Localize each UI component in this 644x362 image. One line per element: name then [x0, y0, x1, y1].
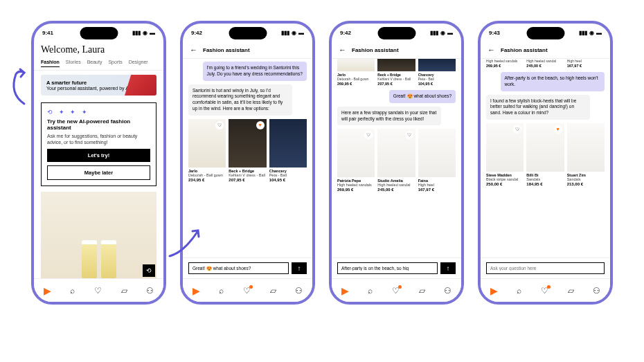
- product-image: ♡: [188, 119, 226, 168]
- wishlist-icon[interactable]: ♡: [541, 286, 548, 296]
- product-card[interactable]: High heeled sandal 245,00 €: [526, 59, 564, 68]
- product-card[interactable]: ♥ Beck + Bridge Kehlani V dress - Ball 2…: [229, 119, 266, 182]
- product-name: High heeled sandal: [377, 183, 415, 187]
- product-card[interactable]: ♡ Jarlo Deborah - Ball gown 234,95 €: [188, 119, 226, 182]
- status-icons: ▮▮▮◉▬: [579, 30, 602, 36]
- home-icon[interactable]: ▶: [44, 285, 51, 296]
- status-time: 9:43: [489, 30, 500, 36]
- product-card[interactable]: Chancery Peta - Ball 104,95 €: [269, 119, 307, 182]
- assistant-fab[interactable]: ⟲: [143, 264, 155, 277]
- product-price: 104,95 €: [269, 178, 307, 182]
- chat-input[interactable]: [188, 262, 289, 274]
- profile-icon[interactable]: ⚇: [593, 286, 600, 296]
- send-button[interactable]: ↑: [440, 262, 456, 274]
- tab-sports[interactable]: Sports: [108, 60, 122, 67]
- card-icons: ⟲ ✦ ✦ ✦: [47, 109, 150, 116]
- home-icon[interactable]: ▶: [193, 285, 200, 296]
- maybe-later-button[interactable]: Maybe later: [47, 165, 150, 180]
- product-image: [377, 59, 415, 71]
- phone-chat-1: 9:42 ▮▮▮◉▬ ← Fashion assistant I'm going…: [180, 21, 315, 305]
- profile-icon[interactable]: ⚇: [295, 286, 303, 296]
- product-image: [567, 123, 605, 172]
- heart-icon[interactable]: ♥: [554, 125, 562, 134]
- product-card[interactable]: Faina High heel 167,97 €: [418, 129, 456, 192]
- welcome-heading: Welcome, Laura: [34, 42, 163, 60]
- product-card[interactable]: ♡ Studio Amelia High heeled sandal 245,0…: [377, 129, 415, 192]
- product-name: Peta - Ball: [269, 173, 307, 177]
- product-name: Kehlani V dress - Ball: [229, 173, 266, 177]
- product-name: Sandals: [567, 177, 605, 181]
- heart-icon[interactable]: ♡: [215, 121, 224, 129]
- phone-home: 9:41 ▮▮▮ ◉ ▬ Welcome, Laura Fashion Stor…: [31, 21, 166, 305]
- product-card[interactable]: Chancery Peta - Ball 104,95 €: [418, 59, 456, 86]
- chat-input[interactable]: [486, 262, 605, 274]
- product-strip[interactable]: ⟲: [41, 192, 156, 278]
- home-icon[interactable]: ▶: [341, 285, 349, 296]
- product-name: Black stripe sandal: [486, 177, 524, 181]
- product-card[interactable]: ♡ Patrizia Pepe High heeled sandals 269,…: [337, 129, 375, 192]
- search-icon[interactable]: ⌕: [70, 286, 75, 296]
- status-icons: ▮▮▮ ◉ ▬: [132, 30, 155, 36]
- tab-stories[interactable]: Stories: [66, 60, 81, 67]
- product-card[interactable]: ♡ Steve Madden Black stripe sandal 250,0…: [486, 123, 524, 186]
- search-icon[interactable]: ⌕: [368, 286, 373, 296]
- phone-chat-3: 9:43 ▮▮▮◉▬ ← Fashion assistant High heel…: [478, 21, 613, 305]
- heart-icon[interactable]: ♥: [256, 121, 265, 129]
- profile-icon[interactable]: ⚇: [146, 286, 154, 296]
- tab-fashion[interactable]: Fashion: [41, 60, 60, 67]
- phone-chat-2: 9:42 ▮▮▮◉▬ ← Fashion assistant Jarlo Deb…: [329, 21, 464, 305]
- product-price: 104,95 €: [418, 82, 456, 86]
- heart-icon[interactable]: ♡: [513, 125, 521, 134]
- product-name: Deborah - Ball gown: [188, 173, 226, 177]
- bag-icon[interactable]: ▱: [419, 286, 425, 296]
- bag-icon[interactable]: ▱: [270, 286, 276, 296]
- product-card[interactable]: Stuart Zim Sandals 213,00 €: [567, 123, 605, 186]
- chat-input[interactable]: [337, 262, 438, 274]
- banner-image: [125, 75, 156, 96]
- product-image: ♥: [229, 119, 266, 168]
- ai-banner[interactable]: A smarter future Your personal assistant…: [41, 75, 156, 96]
- product-image: [418, 59, 456, 71]
- product-name: High heel: [567, 59, 605, 63]
- bottom-nav: ▶ ⌕ ♡ ▱ ⚇: [34, 278, 163, 302]
- product-name: High heeled sandals: [486, 59, 524, 63]
- bag-icon[interactable]: ▱: [568, 286, 574, 296]
- bottom-nav: ▶ ⌕ ♡ ▱ ⚇: [332, 278, 461, 302]
- status-icons: ▮▮▮◉▬: [281, 30, 304, 36]
- search-icon[interactable]: ⌕: [219, 286, 224, 296]
- tab-designer[interactable]: Designer: [129, 60, 148, 67]
- product-card[interactable]: High heel 167,97 €: [567, 59, 605, 68]
- product-image: [418, 129, 456, 177]
- heart-icon[interactable]: ♡: [364, 131, 373, 139]
- product-image: ♡: [377, 129, 415, 177]
- wishlist-icon[interactable]: ♡: [392, 286, 400, 296]
- product-row: ♡ Steve Madden Black stripe sandal 250,0…: [486, 123, 605, 186]
- wishlist-icon[interactable]: ♡: [243, 286, 251, 296]
- send-button[interactable]: ↑: [292, 262, 307, 274]
- status-time: 9:42: [191, 30, 202, 36]
- heart-icon[interactable]: ♡: [405, 131, 413, 139]
- bag-icon[interactable]: ▱: [121, 286, 127, 296]
- bottom-nav: ▶ ⌕ ♡ ▱ ⚇: [183, 278, 312, 302]
- product-name: Sandals: [526, 177, 564, 181]
- back-button[interactable]: ←: [339, 46, 346, 54]
- chat-header: ← Fashion assistant: [332, 42, 461, 59]
- input-row: ↑: [332, 257, 461, 278]
- tab-beauty[interactable]: Beauty: [87, 60, 102, 67]
- product-card[interactable]: ♥ Billi Bi Sandals 184,95 €: [526, 123, 564, 186]
- product-image: ♡: [486, 123, 524, 172]
- product-image: ♡: [337, 129, 375, 177]
- back-button[interactable]: ←: [488, 46, 495, 54]
- home-icon[interactable]: ▶: [490, 285, 498, 296]
- product-card[interactable]: Jarlo Deborah - Ball gown 269,95 €: [337, 59, 375, 86]
- back-button[interactable]: ←: [190, 46, 197, 54]
- profile-icon[interactable]: ⚇: [444, 286, 451, 296]
- wishlist-icon[interactable]: ♡: [94, 286, 102, 296]
- product-card[interactable]: Beck + Bridge Kehlani V dress - Ball 207…: [377, 59, 415, 86]
- search-icon[interactable]: ⌕: [517, 286, 521, 296]
- lets-try-button[interactable]: Let's try!: [47, 149, 150, 162]
- ai-message: Santorini is hot and windy in July, so I…: [188, 84, 292, 116]
- user-message: After-party is on the beach, so high hee…: [501, 72, 605, 91]
- status-icons: ▮▮▮◉▬: [430, 30, 453, 36]
- product-card[interactable]: High heeled sandals 269,95 €: [486, 59, 524, 68]
